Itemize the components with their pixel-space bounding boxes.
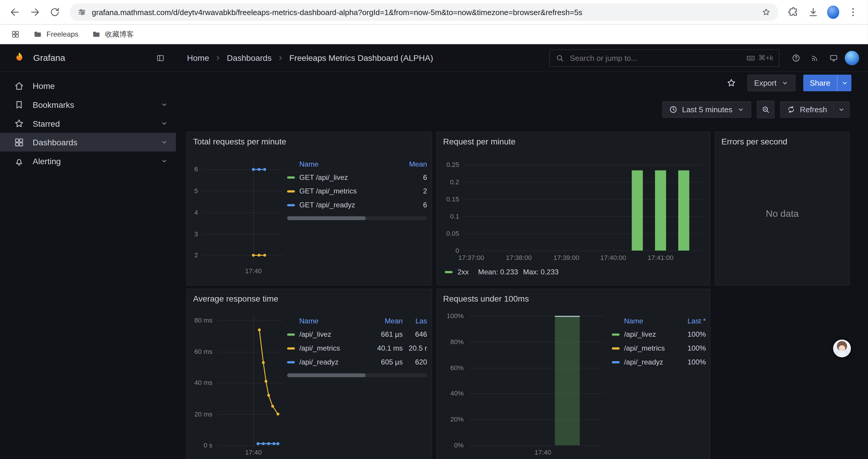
profile-avatar [827,6,839,19]
legend-header-name[interactable]: Name [612,317,677,325]
legend-header-row: NameMean [287,158,427,170]
legend-scrollbar-thumb[interactable] [287,373,366,377]
series-swatch[interactable] [287,176,295,178]
legend-mean: Mean: 0.233 [478,268,518,276]
legend-row: /api/_metrics40.1 ms20.5 r [287,341,427,355]
legend-scrollbar[interactable] [287,373,427,377]
legend-header-col[interactable]: Las [403,317,427,325]
series-name[interactable]: /api/_readyz [624,358,677,366]
grafana-logo-icon[interactable] [12,51,27,65]
tab-groups-button[interactable] [6,26,24,42]
back-button[interactable] [6,3,25,22]
series-swatch[interactable] [612,361,620,363]
bookmark-folder-freeleaps[interactable]: Freeleaps [29,26,83,42]
chevron-down-icon[interactable] [160,101,168,108]
brand: Grafana [0,50,176,65]
x-axis-tick: 17:41:00 [637,254,684,261]
downloads-button[interactable] [804,3,823,22]
bookmark-icon [14,99,25,110]
series-swatch[interactable] [287,347,295,349]
sidebar-item-alerting[interactable]: Alerting [0,152,176,170]
legend-row: /api/_metrics100% [612,341,706,355]
series-name[interactable]: /api/_metrics [624,344,677,352]
home-icon [14,80,25,91]
chart-requests-under-100ms[interactable]: 100%80%60%40%20%0%17:40 [441,311,608,459]
chevron-down-icon[interactable] [160,138,168,146]
legend-header-col[interactable]: Mean [402,160,427,168]
reload-button[interactable] [45,3,64,22]
sidebar-item-home[interactable]: Home [0,76,176,95]
legend-scrollbar-thumb[interactable] [287,216,366,220]
url-text[interactable]: grafana.mathmast.com/d/deytv4rwavabkb/fr… [92,8,756,17]
y-axis-tick: 0.05 [441,230,459,237]
panel-title[interactable]: Total requests per minute [193,137,286,146]
series-swatch[interactable] [287,361,295,363]
assistant-avatar-bubble[interactable] [833,340,851,357]
legend-scrollbar[interactable] [287,216,427,220]
legend-value: 6 [402,173,427,182]
legend-header-col[interactable]: Mean [368,317,403,325]
series-swatch[interactable] [287,190,295,192]
series-name[interactable]: /api/_livez [624,330,677,338]
y-gridline [468,316,604,316]
collapse-sidebar-button[interactable] [153,50,168,65]
series-point [265,380,267,383]
chevron-down-icon[interactable] [160,119,168,127]
series-name[interactable]: GET /api/_metrics [299,187,402,195]
bookmark-folder-blogs[interactable]: 收藏博客 [88,26,138,42]
legend-header-row: NameLast * [612,315,706,327]
series-swatch[interactable] [612,333,620,335]
series-name[interactable]: /api/_metrics [299,344,368,352]
series-swatch[interactable] [287,333,295,335]
chart-avg-response-time[interactable]: 80 ms60 ms40 ms20 ms0 s17:40 [191,311,286,459]
address-bar[interactable]: grafana.mathmast.com/d/deytv4rwavabkb/fr… [70,3,778,21]
sidebar-item-starred[interactable]: Starred [0,114,176,133]
browser-menu-button[interactable] [844,3,863,22]
series-name[interactable]: /api/_livez [299,330,368,338]
series-name[interactable]: GET /api/_livez [299,173,402,182]
legend-value: 2 [402,187,427,195]
legend-row: /api/_readyz100% [612,355,706,369]
legend-header-col[interactable]: Last * [677,317,706,325]
bookmark-star-icon[interactable] [762,8,771,17]
forward-button[interactable] [25,3,44,22]
series-swatch[interactable] [612,347,620,349]
series-point [252,254,255,257]
y-gridline [468,419,604,420]
series-point [258,168,260,171]
series-point [267,442,270,445]
legend-value: 646 [403,330,427,338]
y-axis-tick: 0.2 [441,178,459,186]
no-data-message: No data [715,143,849,285]
series-swatch[interactable] [445,271,452,273]
extensions-button[interactable] [784,3,803,22]
panel-title[interactable]: Average response time [193,294,278,303]
site-settings-icon[interactable] [78,8,86,17]
profile-button[interactable] [824,3,843,22]
legend-header-name[interactable]: Name [287,317,368,325]
legend-requests-under-100ms: NameLast */api/_livez100%/api/_metrics10… [612,315,706,369]
bookmark-label: Freeleaps [46,30,78,38]
chart-total-requests[interactable]: 6543217:40 [191,154,286,278]
series-point [277,442,279,445]
bell-icon [14,156,25,166]
legend-header-name[interactable]: Name [287,160,402,168]
series-point [258,254,260,257]
panel-requests-under-100ms: Requests under 100ms 100%80%60%40%20%0%1… [436,289,710,459]
chevron-down-icon[interactable] [160,157,168,165]
panel-title[interactable]: Requests under 100ms [443,294,529,303]
sidebar-nav: Home Bookmarks Starred Dashboards Alerti… [0,72,176,459]
chart-request-per-minute[interactable]: 0.250.20.150.10.05017:37:0017:38:0017:39… [441,154,706,265]
sidebar-item-dashboards[interactable]: Dashboards [0,133,176,152]
sidebar-item-bookmarks[interactable]: Bookmarks [0,95,176,114]
y-axis-tick: 80% [441,338,464,346]
series-name[interactable]: /api/_readyz [299,358,368,366]
series-swatch[interactable] [287,204,295,206]
x-axis-tick: 17:40:00 [590,254,637,261]
legend-value: 100% [677,358,706,366]
browser-toolbar: grafana.mathmast.com/d/deytv4rwavabkb/fr… [0,0,868,24]
panel-title[interactable]: Request per minute [443,137,516,146]
series-name[interactable]: 2xx [458,268,469,276]
series-name[interactable]: GET /api/_readyz [299,201,402,209]
y-axis-tick: 60% [441,364,464,371]
